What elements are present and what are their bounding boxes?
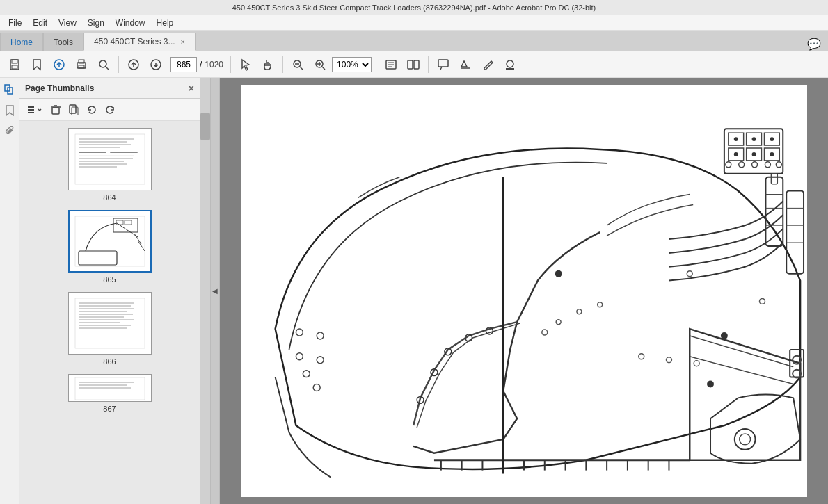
highlight-button[interactable] [455, 54, 476, 75]
search-button[interactable] [93, 54, 114, 75]
window-title: 450 450CT Series 3 Skid Steer Compact Tr… [4, 3, 824, 12]
svg-point-80 [734, 152, 738, 156]
menu-view[interactable]: View [53, 17, 82, 29]
page-up-button[interactable] [123, 54, 144, 75]
zoom-out-button[interactable] [287, 54, 308, 75]
menu-window[interactable]: Window [110, 17, 151, 29]
thumbnails-header: Page Thumbnails × [19, 78, 200, 99]
thumbnail-img-867 [68, 374, 152, 402]
zoom-in-button[interactable] [310, 54, 331, 75]
thumbnail-img-864 [68, 128, 152, 190]
tab-tools[interactable]: Tools [43, 33, 83, 51]
menu-sign[interactable]: Sign [82, 17, 110, 29]
svg-rect-65 [75, 377, 145, 400]
tab-home[interactable]: Home [0, 33, 43, 51]
svg-point-81 [752, 152, 756, 156]
svg-point-105 [707, 381, 714, 388]
svg-line-9 [106, 67, 109, 70]
pdf-viewer[interactable] [220, 78, 828, 504]
thumbnails-list: 864 [19, 121, 200, 504]
svg-rect-36 [72, 107, 78, 115]
separator-2 [230, 56, 231, 73]
separator-1 [118, 56, 119, 73]
svg-marker-28 [6, 106, 13, 115]
thumbnail-label-866: 866 [103, 357, 116, 366]
separator-5 [428, 56, 429, 73]
svg-rect-20 [408, 60, 413, 69]
print-button[interactable] [71, 54, 92, 75]
chat-icon[interactable]: 💬 [807, 38, 821, 51]
attachments-panel-button[interactable] [2, 124, 17, 139]
svg-point-24 [507, 60, 513, 67]
menu-file[interactable]: File [3, 17, 27, 29]
thumbnail-864[interactable]: 864 [68, 128, 152, 202]
main-area: Page Thumbnails × [0, 78, 828, 504]
thumbnail-865[interactable]: 865 [68, 210, 152, 284]
page-down-button[interactable] [145, 54, 166, 75]
comment-button[interactable] [433, 54, 454, 75]
tab-document[interactable]: 450 450CT Series 3... × [83, 33, 196, 51]
svg-rect-25 [506, 68, 514, 70]
svg-rect-22 [438, 60, 448, 67]
page-info: / 1020 [170, 57, 223, 72]
menu-help[interactable]: Help [151, 17, 180, 29]
collapse-arrow-icon: ◀ [212, 287, 218, 295]
thumbnail-label-867: 867 [103, 405, 116, 413]
menu-edit[interactable]: Edit [27, 17, 53, 29]
svg-rect-43 [110, 152, 138, 153]
svg-rect-32 [52, 108, 59, 114]
menu-bar: File Edit View Sign Window Help [0, 15, 828, 31]
svg-rect-69 [241, 88, 807, 495]
thumbnail-img-866 [68, 292, 152, 355]
title-bar: 450 450CT Series 3 Skid Steer Compact Tr… [0, 0, 828, 15]
page-number-input[interactable] [170, 57, 197, 72]
thumbnails-panel: Page Thumbnails × [19, 78, 200, 504]
hand-tool-button[interactable] [257, 54, 278, 75]
svg-point-79 [770, 137, 774, 141]
draw-button[interactable] [477, 54, 498, 75]
separator-3 [282, 56, 283, 73]
nav-group [123, 54, 166, 75]
svg-point-82 [770, 152, 774, 156]
select-tool-button[interactable] [235, 54, 256, 75]
thumb-extract-button[interactable] [65, 101, 82, 118]
thumbnail-label-865: 865 [103, 275, 116, 284]
two-page-button[interactable] [403, 54, 424, 75]
thumbnail-866[interactable]: 866 [68, 292, 152, 366]
bookmarks-panel-button[interactable] [2, 103, 17, 118]
save-button[interactable] [4, 54, 25, 75]
thumbnails-toolbar [19, 99, 200, 121]
svg-rect-49 [75, 216, 145, 266]
svg-point-103 [555, 270, 562, 277]
svg-line-14 [300, 67, 303, 70]
fit-page-button[interactable] [381, 54, 401, 75]
svg-rect-35 [70, 105, 76, 113]
svg-rect-31 [28, 112, 34, 113]
svg-rect-29 [28, 106, 34, 108]
collapse-panel-button[interactable]: ◀ [210, 78, 220, 504]
svg-point-77 [734, 137, 738, 141]
svg-marker-3 [33, 60, 40, 70]
thumb-delete-button[interactable] [47, 101, 64, 118]
thumb-rotate-cw-button[interactable] [102, 101, 118, 118]
page-separator: / [200, 60, 202, 70]
panel-scrollbar[interactable] [200, 78, 210, 504]
page-total: 1020 [205, 60, 223, 70]
svg-point-78 [752, 137, 756, 141]
pages-panel-button[interactable] [2, 82, 17, 97]
svg-point-8 [99, 60, 106, 67]
tab-close-button[interactable]: × [181, 38, 185, 46]
zoom-selector[interactable]: 50% 75% 100% 125% 150% 200% [332, 57, 372, 72]
thumb-menu-button[interactable] [24, 101, 46, 118]
tab-bar: Home Tools 450 450CT Series 3... × 💬 [0, 31, 828, 51]
svg-rect-2 [12, 65, 17, 69]
thumbnails-close-button[interactable]: × [189, 83, 194, 94]
thumbnail-867[interactable]: 867 [68, 374, 152, 413]
panel-scrollbar-thumb[interactable] [200, 113, 210, 140]
svg-rect-21 [414, 60, 419, 69]
thumb-rotate-ccw-button[interactable] [83, 101, 100, 118]
bookmark-button[interactable] [26, 54, 47, 75]
pdf-page [241, 85, 807, 497]
stamp-button[interactable] [500, 54, 520, 75]
upload-button[interactable] [49, 54, 70, 75]
